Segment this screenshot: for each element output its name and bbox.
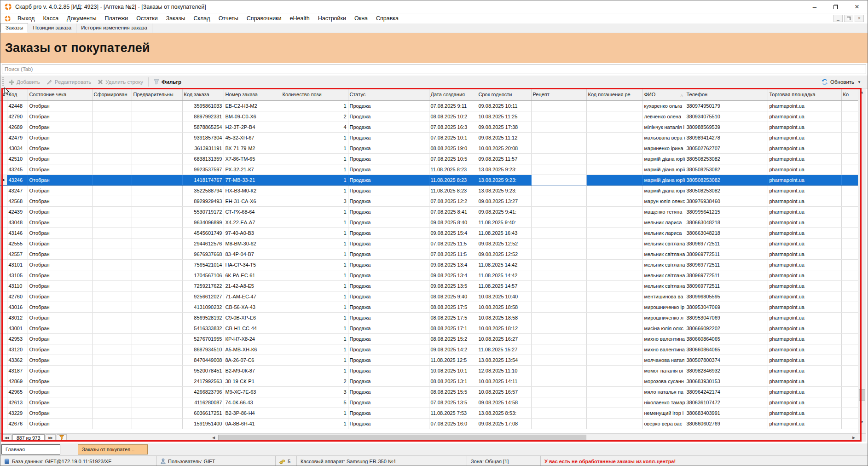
cell-state[interactable]: Отобран bbox=[28, 143, 92, 153]
cell-expires[interactable]: 10.08.2025 14:11 bbox=[477, 376, 531, 386]
table-row[interactable]: 42790Отобран8897992331ВМ-09-С0-Х62Продаж… bbox=[0, 111, 858, 122]
cell-status[interactable]: Продажа bbox=[348, 217, 429, 227]
cell-order_code[interactable]: 4266823796 bbox=[182, 386, 224, 397]
row-selector[interactable] bbox=[0, 397, 7, 408]
cell-status[interactable]: Продажа bbox=[348, 355, 429, 365]
cell-ko[interactable] bbox=[841, 376, 858, 386]
cell-expires[interactable]: 10.08.2025 18:58 bbox=[477, 312, 531, 323]
cell-recipe[interactable] bbox=[531, 418, 586, 429]
cell-ko[interactable] bbox=[841, 227, 858, 238]
menu-item-2[interactable]: Документы bbox=[63, 14, 100, 23]
scroll-left-arrow-icon[interactable]: ◀ bbox=[210, 434, 217, 442]
cell-code[interactable]: 42689 bbox=[7, 122, 28, 132]
cell-prelim[interactable] bbox=[132, 132, 182, 143]
cell-expires[interactable]: 11.08.2025 15:27 bbox=[477, 344, 531, 355]
column-header-phone[interactable]: Телефон bbox=[685, 89, 768, 100]
cell-code[interactable]: 42557 bbox=[7, 249, 28, 259]
cell-ko[interactable] bbox=[841, 122, 858, 132]
cell-fio[interactable]: кухаренко ольга bbox=[642, 100, 685, 111]
cell-redeem[interactable] bbox=[586, 217, 642, 227]
cell-fio[interactable]: марун юлія олекс bbox=[642, 196, 685, 206]
row-selector[interactable] bbox=[0, 333, 7, 344]
cell-formed[interactable] bbox=[92, 302, 132, 312]
search-input[interactable] bbox=[2, 64, 866, 74]
cell-ko[interactable] bbox=[841, 238, 858, 249]
cell-shop[interactable]: pharmapoint.ua bbox=[768, 355, 841, 365]
cell-fio[interactable]: михно валентина bbox=[642, 333, 685, 344]
cell-shop[interactable]: pharmapoint.ua bbox=[768, 333, 841, 344]
cell-state[interactable]: Отобран bbox=[28, 217, 92, 227]
cell-phone[interactable]: 380663048218 bbox=[685, 227, 768, 238]
cell-expires[interactable]: 10.08.2025 16:27 bbox=[477, 333, 531, 344]
cell-prelim[interactable] bbox=[132, 333, 182, 344]
row-selector[interactable] bbox=[0, 132, 7, 143]
scroll-up-arrow-icon[interactable]: ▲ bbox=[858, 89, 866, 96]
cell-recipe[interactable] bbox=[531, 206, 586, 217]
cell-prelim[interactable] bbox=[132, 185, 182, 196]
cell-qty[interactable]: 1 bbox=[281, 100, 348, 111]
table-row[interactable]: 43146Отобран454560174997-40-А0-В31Продаж… bbox=[0, 227, 858, 238]
cell-recipe[interactable] bbox=[531, 217, 586, 227]
cell-qty[interactable]: 1 bbox=[281, 249, 348, 259]
row-selector[interactable] bbox=[0, 164, 7, 175]
cell-code[interactable]: 42953 bbox=[7, 333, 28, 344]
cell-code[interactable]: 43247 bbox=[7, 185, 28, 196]
cell-status[interactable]: Продажа bbox=[348, 111, 429, 122]
cell-qty[interactable]: 2 bbox=[281, 376, 348, 386]
cell-ko[interactable] bbox=[841, 312, 858, 323]
table-row[interactable]: 42965Отобран4266823796М9-ХС-7Е-633Продаж… bbox=[0, 386, 858, 397]
cell-redeem[interactable] bbox=[586, 259, 642, 270]
cell-prelim[interactable] bbox=[132, 408, 182, 418]
cell-phone[interactable]: 380969772511 bbox=[685, 249, 768, 259]
cell-formed[interactable] bbox=[92, 376, 132, 386]
cell-state[interactable]: Отобран bbox=[28, 196, 92, 206]
cell-ko[interactable] bbox=[841, 418, 858, 429]
cell-expires[interactable]: 10.08.2025 11:25 bbox=[477, 111, 531, 122]
cell-qty[interactable]: 2 bbox=[281, 111, 348, 122]
bottom-tab-0[interactable]: Главная bbox=[1, 444, 60, 454]
cell-code[interactable]: 43105 bbox=[7, 270, 28, 280]
cell-state[interactable]: Отобран bbox=[28, 227, 92, 238]
cell-state[interactable]: Отобран bbox=[28, 291, 92, 302]
cell-recipe[interactable] bbox=[531, 291, 586, 302]
cell-formed[interactable] bbox=[92, 333, 132, 344]
table-row[interactable]: 42953Отобран5276701955КР-Н7-Х8-241Продаж… bbox=[0, 333, 858, 344]
cell-state[interactable]: Отобран bbox=[28, 344, 92, 355]
table-row[interactable]: 43048Отобран9634096899Х4-22-ЕА-А71Продаж… bbox=[0, 217, 858, 227]
cell-order_num[interactable]: М8-ВМ-30-62 bbox=[224, 238, 281, 249]
menu-item-9[interactable]: eHealth bbox=[286, 14, 314, 23]
cell-recipe[interactable] bbox=[531, 344, 586, 355]
cell-code[interactable]: 42510 bbox=[7, 153, 28, 164]
cell-status[interactable]: Продажа bbox=[348, 175, 429, 185]
cell-created[interactable]: 08.08.2025 10:2 bbox=[429, 111, 477, 122]
cell-order_code[interactable]: 1418174767 bbox=[182, 175, 224, 185]
cell-shop[interactable]: pharmapoint.ua bbox=[768, 376, 841, 386]
cell-redeem[interactable] bbox=[586, 397, 642, 408]
cell-ko[interactable] bbox=[841, 344, 858, 355]
cell-qty[interactable]: 3 bbox=[281, 386, 348, 397]
cell-status[interactable]: Продажа bbox=[348, 185, 429, 196]
cell-code[interactable]: 42869 bbox=[7, 376, 28, 386]
column-header-qty[interactable]: Количество пози bbox=[281, 89, 348, 100]
cell-qty[interactable]: 1 bbox=[281, 291, 348, 302]
filter-button[interactable]: Фильтр bbox=[150, 78, 185, 86]
cell-order_code[interactable]: 8929929493 bbox=[182, 196, 224, 206]
cell-shop[interactable]: pharmapoint.ua bbox=[768, 122, 841, 132]
minimize-button[interactable]: – bbox=[804, 0, 825, 13]
cell-order_code[interactable]: 3613931191 bbox=[182, 143, 224, 153]
cell-expires[interactable]: 09.08.2025 9:41: bbox=[477, 206, 531, 217]
table-row[interactable]: 42439Отобран5530719172СТ-РХ-68-641Продаж… bbox=[0, 206, 858, 217]
cell-shop[interactable]: pharmapoint.ua bbox=[768, 196, 841, 206]
cell-phone[interactable]: 380683403991 bbox=[685, 408, 768, 418]
cell-order_code[interactable]: 3522588794 bbox=[182, 185, 224, 196]
table-row[interactable]: 43120Отобран8687934510А5-МВ-ХН-К61Продаж… bbox=[0, 344, 858, 355]
cell-qty[interactable]: 1 bbox=[281, 217, 348, 227]
cell-prelim[interactable] bbox=[132, 312, 182, 323]
cell-shop[interactable]: pharmapoint.ua bbox=[768, 217, 841, 227]
cell-redeem[interactable] bbox=[586, 344, 642, 355]
cell-ko[interactable] bbox=[841, 164, 858, 175]
table-row[interactable]: 43034Отобран3613931191ВХ-71-79-М21Продаж… bbox=[0, 143, 858, 153]
cell-created[interactable]: 09.08.2025 8:40 bbox=[429, 217, 477, 227]
cell-shop[interactable]: pharmapoint.ua bbox=[768, 132, 841, 143]
cell-recipe[interactable] bbox=[531, 323, 586, 333]
